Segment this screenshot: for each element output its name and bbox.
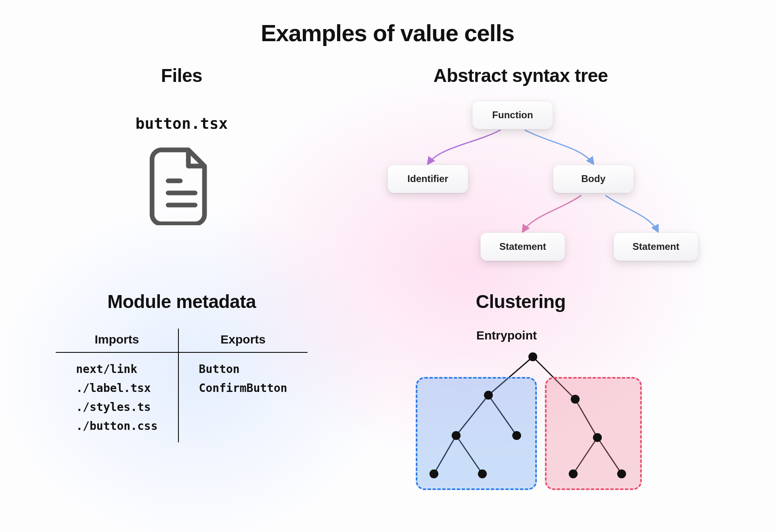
filename-label: button.tsx xyxy=(136,115,228,132)
ast-node-identifier: Identifier xyxy=(388,165,468,193)
export-item: ConfirmButton xyxy=(199,381,287,395)
files-heading: Files xyxy=(161,65,202,86)
cluster-node xyxy=(478,469,487,478)
ast-node-statement-2: Statement xyxy=(614,232,698,261)
cluster-node xyxy=(569,469,578,478)
metadata-section: Module metadata Imports Exports next/lin… xyxy=(40,291,323,442)
import-item: ./styles.ts xyxy=(76,400,157,414)
file-icon xyxy=(147,145,216,225)
imports-list: next/link ./label.tsx ./styles.ts ./butt… xyxy=(76,362,157,433)
cluster-node xyxy=(429,469,438,478)
ast-node-body: Body xyxy=(553,165,634,193)
cluster-node xyxy=(571,395,580,404)
files-section: Files button.tsx xyxy=(57,65,307,225)
imports-header: Imports xyxy=(56,329,178,352)
import-item: ./button.css xyxy=(76,419,157,433)
import-item: next/link xyxy=(76,362,157,376)
exports-header: Exports xyxy=(178,329,308,352)
cluster-node xyxy=(593,433,602,442)
clustering-section: Clustering Entrypoint xyxy=(371,291,670,498)
cluster-node-root xyxy=(528,352,537,361)
export-item: Button xyxy=(199,362,287,376)
page-title: Examples of value cells xyxy=(0,19,775,46)
cluster-node xyxy=(484,391,493,400)
metadata-heading: Module metadata xyxy=(107,291,256,312)
cluster-box-red xyxy=(545,377,642,490)
ast-node-statement-1: Statement xyxy=(480,232,565,261)
exports-list: Button ConfirmButton xyxy=(199,362,287,395)
ast-node-function: Function xyxy=(472,101,553,129)
cluster-node xyxy=(617,469,626,478)
cluster-node xyxy=(452,431,461,440)
metadata-table: Imports Exports next/link ./label.tsx ./… xyxy=(56,329,307,442)
import-item: ./label.tsx xyxy=(76,381,157,395)
clustering-heading: Clustering xyxy=(476,291,566,312)
ast-heading: Abstract syntax tree xyxy=(434,65,608,86)
ast-section: Abstract syntax tree Funct xyxy=(339,65,702,268)
cluster-node xyxy=(512,431,521,440)
